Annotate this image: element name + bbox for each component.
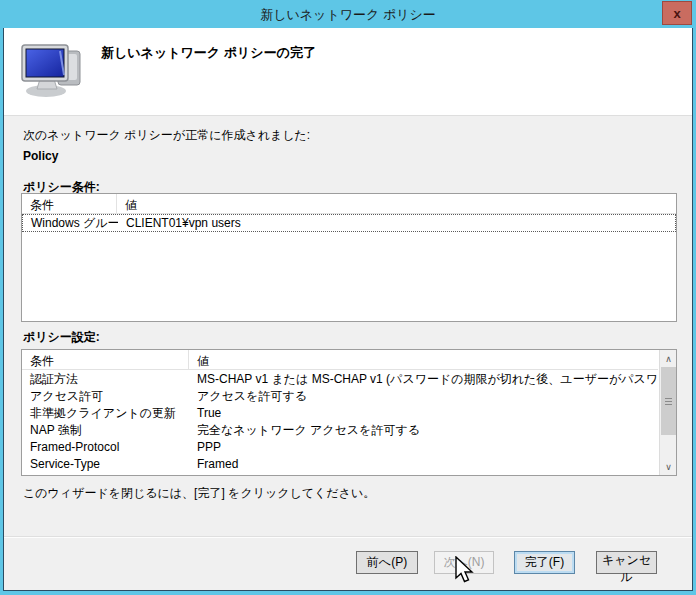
conditions-table-header: 条件 値: [22, 194, 676, 214]
finish-button[interactable]: 完了(F): [514, 551, 575, 574]
value-cell: Framed: [189, 456, 658, 473]
close-icon: x: [673, 7, 680, 20]
footer-note: このウィザードを閉じるには、[完了] をクリックしてください。: [23, 485, 375, 502]
close-button[interactable]: x: [662, 1, 692, 25]
settings-label: ポリシー設定:: [23, 329, 100, 346]
back-button[interactable]: 前へ(P): [356, 551, 418, 574]
scroll-up-button[interactable]: ∧: [660, 350, 677, 367]
computer-icon: [20, 41, 84, 101]
conditions-table: 条件 値 Windows グループ CLIENT01¥vpn users: [21, 193, 677, 322]
setting-row[interactable]: Framed-Protocol PPP: [22, 439, 658, 456]
settings-table-header: 条件 値: [22, 350, 658, 370]
column-header-condition[interactable]: 条件: [22, 194, 117, 213]
window-title: 新しいネットワーク ポリシー: [260, 6, 436, 24]
page-title: 新しいネットワーク ポリシーの完了: [101, 44, 316, 62]
chevron-down-icon: ∨: [665, 462, 672, 472]
condition-cell: NAP 強制: [22, 422, 189, 439]
chevron-up-icon: ∧: [665, 354, 672, 364]
column-header-value[interactable]: 値: [189, 350, 658, 369]
value-cell: CLIENT01¥vpn users: [118, 215, 675, 231]
setting-row[interactable]: Service-Type Framed: [22, 456, 658, 473]
next-button[interactable]: 次へ(N): [434, 551, 494, 574]
condition-row[interactable]: Windows グループ CLIENT01¥vpn users: [22, 214, 676, 232]
wizard-content: 新しいネットワーク ポリシーの完了 次のネットワーク ポリシーが正常に作成されま…: [3, 28, 693, 591]
value-cell: PPP: [189, 439, 658, 456]
scroll-down-button[interactable]: ∨: [660, 458, 677, 475]
condition-cell: 認証方法: [22, 371, 189, 388]
setting-row[interactable]: NAP 強制 完全なネットワーク アクセスを許可する: [22, 422, 658, 439]
cancel-button[interactable]: キャンセル: [596, 551, 657, 574]
column-header-value[interactable]: 値: [117, 194, 676, 213]
value-cell: MS-CHAP v1 または MS-CHAP v1 (パスワードの期限が切れた後…: [189, 371, 658, 388]
value-cell: アクセスを許可する: [189, 388, 658, 405]
wizard-dialog: 新しいネットワーク ポリシー x 新しいネッ: [0, 0, 696, 595]
setting-row[interactable]: 認証方法 MS-CHAP v1 または MS-CHAP v1 (パスワードの期限…: [22, 371, 658, 388]
condition-cell: Service-Type: [22, 456, 189, 473]
setting-row[interactable]: 非準拠クライアントの更新 True: [22, 405, 658, 422]
settings-table: 条件 値 認証方法 MS-CHAP v1 または MS-CHAP v1 (パスワ…: [21, 349, 677, 476]
titlebar[interactable]: 新しいネットワーク ポリシー x: [0, 0, 696, 28]
wizard-header: 新しいネットワーク ポリシーの完了: [4, 28, 692, 116]
column-header-condition[interactable]: 条件: [22, 350, 189, 369]
value-cell: True: [189, 405, 658, 422]
intro-text: 次のネットワーク ポリシーが正常に作成されました:: [23, 127, 310, 144]
condition-cell: 非準拠クライアントの更新: [22, 405, 189, 422]
condition-cell: アクセス許可: [22, 388, 189, 405]
condition-cell: Framed-Protocol: [22, 439, 189, 456]
setting-row[interactable]: アクセス許可 アクセスを許可する: [22, 388, 658, 405]
scrollbar-thumb[interactable]: [661, 367, 676, 435]
button-bar-divider: [4, 536, 692, 538]
settings-scrollbar[interactable]: ∧ ∨: [659, 350, 676, 475]
condition-cell: Windows グループ: [23, 215, 118, 231]
thumb-grip-icon: [665, 398, 672, 405]
value-cell: 完全なネットワーク アクセスを許可する: [189, 422, 658, 439]
settings-rows: 認証方法 MS-CHAP v1 または MS-CHAP v1 (パスワードの期限…: [22, 371, 658, 473]
policy-name: Policy: [23, 149, 58, 163]
